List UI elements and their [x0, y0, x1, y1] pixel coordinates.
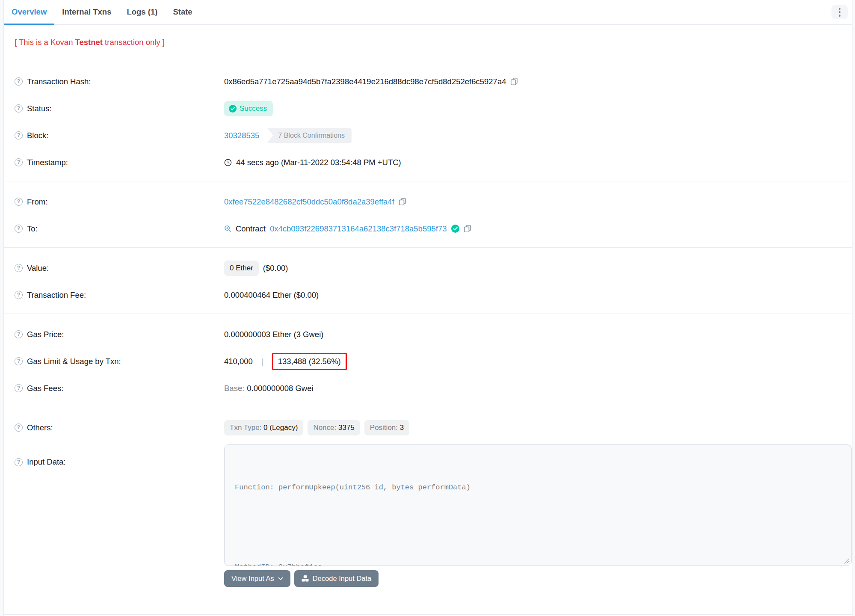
gas-limit-value: 410,000 [224, 357, 253, 366]
row-timestamp: ? Timestamp: 44 secs ago (Mar-11-2022 03… [15, 149, 841, 176]
gas-fees-label: Gas Fees: [27, 384, 63, 393]
row-from: ? From: 0xfee7522e8482682cf50ddc50a0f8da… [15, 188, 841, 215]
nonce-badge-label: Nonce: [313, 424, 338, 432]
divider [4, 614, 852, 615]
testnet-notice-suffix: transaction only ] [103, 38, 165, 47]
tab-logs[interactable]: Logs (1) [119, 0, 165, 25]
transaction-card: Overview Internal Txns Logs (1) State [ … [3, 0, 852, 616]
help-icon[interactable]: ? [15, 264, 23, 272]
tab-internal-txns[interactable]: Internal Txns [54, 0, 119, 25]
clock-icon [224, 159, 232, 166]
help-icon[interactable]: ? [15, 131, 23, 139]
help-icon[interactable]: ? [15, 77, 23, 86]
help-icon[interactable]: ? [15, 357, 23, 365]
help-icon[interactable]: ? [15, 458, 23, 466]
decode-input-data-label: Decode Input Data [313, 575, 372, 583]
help-icon[interactable]: ? [15, 330, 23, 338]
help-icon[interactable]: ? [15, 384, 23, 392]
status-badge: Success [224, 101, 273, 116]
from-label: From: [27, 197, 47, 207]
transaction-hash-label-group: ? Transaction Hash: [15, 77, 224, 86]
testnet-notice-prefix: [ This is a Kovan [15, 38, 75, 47]
check-circle-icon [229, 105, 237, 113]
section-value: ? Value: 0 Ether ($0.00) ? Transaction F… [4, 248, 852, 314]
decode-input-data-button[interactable]: Decode Input Data [294, 570, 379, 587]
section-gas: ? Gas Price: 0.000000003 Ether (3 Gwei) … [4, 314, 852, 407]
position-badge-label: Position: [370, 424, 400, 432]
input-data-label: Input Data: [27, 457, 66, 467]
help-icon[interactable]: ? [15, 291, 23, 299]
help-icon[interactable]: ? [15, 104, 23, 113]
to-label-group: ? To: [15, 224, 224, 234]
input-data-label-group: ? Input Data: [15, 444, 224, 467]
timestamp-value: 44 secs ago (Mar-11-2022 03:54:48 PM +UT… [236, 158, 401, 167]
testnet-notice-bold: Testnet [75, 38, 103, 47]
gas-limit-label: Gas Limit & Usage by Txn: [27, 357, 121, 366]
status-text: Success [240, 104, 267, 113]
nonce-badge-value: 3375 [338, 424, 355, 432]
row-transaction-hash: ? Transaction Hash: 0x86ed5a771e725aa94d… [15, 68, 841, 95]
zoom-in-icon[interactable] [224, 225, 231, 232]
chevron-down-icon [278, 577, 283, 580]
gas-usage-highlight-box: 133,488 (32.56%) [272, 353, 347, 370]
gas-price-label-group: ? Gas Price: [15, 330, 224, 339]
value-amount-badge: 0 Ether [224, 261, 259, 276]
position-badge: Position: 3 [364, 420, 409, 435]
kebab-dot [839, 8, 841, 10]
row-others: ? Others: Txn Type: 0 (Legacy) Nonce: 33… [15, 414, 841, 441]
status-label-group: ? Status: [15, 104, 224, 113]
txn-type-badge: Txn Type: 0 (Legacy) [224, 420, 303, 435]
tab-bar: Overview Internal Txns Logs (1) State [4, 0, 852, 25]
row-input-data: ? Input Data: Function: performUpkeep(ui… [15, 444, 841, 587]
row-block: ? Block: 30328535 7 Block Confirmations [15, 122, 841, 149]
copy-icon[interactable] [510, 77, 518, 86]
row-gas-price: ? Gas Price: 0.000000003 Ether (3 Gwei) [15, 321, 841, 348]
gas-limit-label-group: ? Gas Limit & Usage by Txn: [15, 357, 224, 366]
fee-value: 0.000400464 Ether ($0.00) [224, 290, 319, 300]
timestamp-label: Timestamp: [27, 158, 68, 167]
input-methodid-line: MethodID: 0x7bbaf1ea [235, 560, 841, 566]
tab-overview[interactable]: Overview [4, 0, 54, 25]
position-badge-value: 3 [400, 424, 404, 432]
input-data-textarea[interactable]: Function: performUpkeep(uint256 id, byte… [224, 444, 852, 566]
help-icon[interactable]: ? [15, 158, 23, 166]
verified-check-icon [451, 225, 459, 233]
copy-icon[interactable] [399, 198, 407, 206]
row-gas-fees: ? Gas Fees: Base: 0.000000008 Gwei [15, 375, 841, 402]
from-address-link[interactable]: 0xfee7522e8482682cf50ddc50a0f8da2a39effa… [224, 197, 394, 207]
txn-type-badge-value: 0 (Legacy) [263, 424, 298, 432]
to-contract-prefix: Contract [236, 224, 266, 234]
help-icon[interactable]: ? [15, 198, 23, 206]
row-transaction-fee: ? Transaction Fee: 0.000400464 Ether ($0… [15, 281, 841, 308]
timestamp-label-group: ? Timestamp: [15, 158, 224, 167]
help-icon[interactable]: ? [15, 225, 23, 233]
kebab-dot [839, 15, 841, 17]
row-gas-limit-usage: ? Gas Limit & Usage by Txn: 410,000 | 13… [15, 348, 841, 375]
section-overview-1: ? Transaction Hash: 0x86ed5a771e725aa94d… [4, 61, 852, 181]
gas-price-label: Gas Price: [27, 330, 64, 339]
nonce-badge: Nonce: 3375 [308, 420, 360, 435]
row-to: ? To: Contract 0x4cb093f226983713164a621… [15, 215, 841, 242]
kebab-menu-button[interactable] [831, 5, 848, 19]
transaction-hash-label: Transaction Hash: [27, 77, 91, 86]
resize-handle-icon[interactable] [844, 558, 849, 564]
input-function-line: Function: performUpkeep(uint256 id, byte… [235, 481, 841, 494]
testnet-notice: [ This is a Kovan Testnet transaction on… [4, 25, 852, 47]
transaction-hash-value: 0x86ed5a771e725aa94d5b7fa2398e4419e216d8… [224, 77, 506, 86]
others-label-group: ? Others: [15, 423, 224, 432]
value-label-group: ? Value: [15, 264, 224, 273]
value-usd: ($0.00) [263, 264, 288, 273]
kebab-dot [839, 11, 841, 13]
help-icon[interactable]: ? [15, 424, 23, 432]
to-address-link[interactable]: 0x4cb093f226983713164a62138c3f718a5b595f… [270, 224, 447, 234]
tab-state[interactable]: State [165, 0, 200, 25]
view-input-as-button[interactable]: View Input As [224, 570, 290, 587]
block-number-link[interactable]: 30328535 [224, 131, 259, 140]
value-label: Value: [27, 264, 49, 273]
status-label: Status: [27, 104, 52, 113]
gas-usage-value: 133,488 (32.56%) [278, 357, 341, 366]
copy-icon[interactable] [464, 225, 472, 233]
block-label-group: ? Block: [15, 131, 224, 140]
gas-fees-base-value: 0.000000008 Gwei [247, 384, 313, 393]
row-status: ? Status: Success [15, 95, 841, 122]
